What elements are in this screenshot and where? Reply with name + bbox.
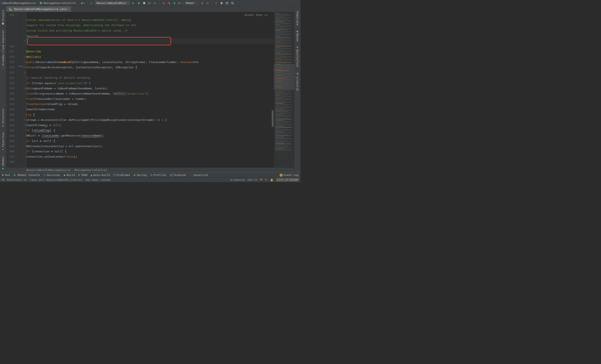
stop-icon[interactable] [200,1,204,5]
status-icon[interactable] [2,178,5,182]
translate-tool[interactable]: 文Translate [296,7,300,28]
favorites-tool[interactable]: ★Favorites [1,130,5,154]
event-log-tool[interactable]: 1Event Log [280,173,298,177]
line-number[interactable]: 326 [6,44,17,49]
maven-tool[interactable]: mMaven [296,28,299,44]
close-icon[interactable]: ✕ [68,8,69,10]
line-number[interactable]: 330 [6,65,17,70]
fold-icon[interactable]: ⊟ [24,119,25,121]
minimap[interactable] [274,12,294,167]
line-number[interactable]: 346 [6,149,17,154]
breadcrumb-2[interactable]: MessageSourceControl [43,1,77,5]
jrebel-selector[interactable]: JRebel [183,1,199,5]
tab-active[interactable]: C 🔒 ResourceBundleMessageSource.java ✕ [6,6,71,12]
fold-icon[interactable]: ⊟ [24,124,25,126]
line-number[interactable]: 344 [6,138,17,144]
fold-icon[interactable]: ⊟ [24,61,25,63]
line-number[interactable] [6,28,17,33]
line-number[interactable] [6,33,17,38]
users-icon[interactable]: ▾ [81,1,85,5]
git-update-icon[interactable] [214,1,218,5]
build-tool[interactable]: Build [63,173,75,177]
line-number[interactable]: 320 [6,12,17,17]
reader-mode-indicator[interactable]: Reader Mode ✔✔ [245,13,268,17]
notifications-icon[interactable] [260,178,262,182]
line-number[interactable]: 348 [6,159,17,164]
minimap-viewport[interactable] [274,64,294,89]
line-number[interactable]: 340 [6,117,17,122]
back-arrow-icon[interactable] [89,1,93,5]
run-with-icon[interactable]: ▾ [148,1,152,5]
line-number[interactable]: 345 [6,144,17,149]
line-number[interactable] [6,17,17,22]
line-number[interactable]: 347 [6,154,17,159]
fold-icon[interactable]: ⊟ [24,71,25,73]
lock-icon[interactable]: 🔒 [270,178,273,181]
breakpoint-icon[interactable]: ◉ [21,65,22,67]
run-tool[interactable]: Run [2,173,10,177]
line-number[interactable]: 337 [6,101,17,107]
fold-icon[interactable]: ⊟ [24,56,25,58]
line-number[interactable]: 329 [6,60,17,65]
jrebel-rocket-icon[interactable] [172,1,177,5]
type: PrivilegedExceptionAction [92,118,132,121]
database-icon[interactable] [220,1,224,5]
spring-tool[interactable]: Spring [133,173,147,177]
line-number[interactable]: 333 [6,80,17,86]
power-save-icon[interactable] [265,178,268,181]
jrebel-debug-icon[interactable] [167,1,171,5]
line-number[interactable]: 327 [6,49,17,54]
memory-indicator[interactable]: 1271 of 4029M [276,178,299,182]
coverage-icon[interactable] [142,1,146,5]
reload-icon[interactable] [206,1,210,5]
todo-tool[interactable]: ≡TODO [78,173,87,177]
sonarlint-tool[interactable]: SonarLint [190,173,208,177]
jclasslib-tool[interactable]: jclasslib [296,70,299,93]
jrebel-run-icon[interactable] [161,1,166,5]
bc-item[interactable]: MessageSourceControl [74,168,107,172]
tabnine-widget[interactable]: tabnine [230,178,245,181]
line-number[interactable]: 343 [6,133,17,138]
line-number[interactable]: 328 [6,54,17,60]
breadcrumb-1[interactable]: ceBundleMessageSource [1,1,36,5]
alibaba-tool[interactable]: [Alibaba Cloud Explorer [1,27,5,71]
debug-icon[interactable] [137,1,141,5]
caret-position[interactable]: 326:72 [247,178,257,181]
breadcrumb[interactable]: ceBundleMessageSource 〉 C MessageSourceC… [1,1,77,5]
run-anything-icon[interactable] [153,1,157,5]
autobuild-tool[interactable]: ▲Auto-build [91,173,110,177]
terminal-tool[interactable]: Terminal [170,173,187,177]
jrebel-leaf-icon[interactable]: ▾ [178,1,182,5]
bc-item[interactable]: ResourceBundleMessageSource [26,168,70,172]
line-number[interactable]: 342 [6,128,17,133]
project-tool[interactable]: Project [1,7,5,27]
jrebel-tool[interactable]: JRebel [1,154,5,172]
line-number[interactable]: 336 [6,96,17,101]
line-number[interactable] [6,38,17,44]
line-number[interactable]: 338 [6,107,17,112]
restful-tool[interactable]: ⊕RestfulTool [296,44,299,70]
line-number[interactable]: 339 [6,112,17,117]
line-number[interactable]: 341 [6,122,17,128]
run-config-selector[interactable]: ResourceBundleMain [95,1,130,5]
line-number[interactable] [6,164,17,167]
scrollbar[interactable] [271,12,274,167]
profiler-tool[interactable]: Profiler [150,173,167,177]
jrebel-console-tool[interactable]: JRebel Console [13,173,40,177]
fold-icon[interactable]: ⊟ [24,66,25,68]
line-number[interactable] [6,22,17,28]
fold-icon[interactable]: ⊟ [24,87,25,89]
line-number[interactable]: 335 [6,91,17,96]
run-icon[interactable] [131,1,135,5]
line-number[interactable]: 332 [6,75,17,80]
line-number[interactable]: 331 [6,70,17,75]
structure-tool[interactable]: Structure [1,106,5,130]
window-icon[interactable] [225,1,229,5]
fold-icon[interactable]: ⊟ [24,40,25,42]
code-area[interactable]: Reader Mode ✔✔ Custom implementation of … [26,12,274,167]
line-number[interactable]: 334 [6,86,17,91]
problems-tool[interactable]: ⓘProblems [113,173,130,177]
services-tool[interactable]: Services [43,173,60,177]
search-icon[interactable] [230,1,235,5]
bottom-breadcrumb[interactable]: ResourceBundleMessageSource › MessageSou… [6,167,294,172]
